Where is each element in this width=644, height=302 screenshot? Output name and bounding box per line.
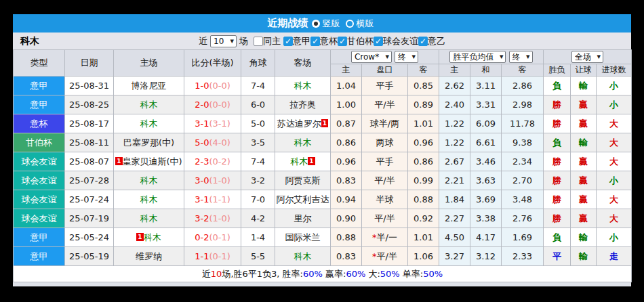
cell-result-handicap: 輸: [571, 133, 597, 152]
team-label: 里尔: [294, 213, 312, 223]
fulltime-score: 2-0: [195, 100, 209, 110]
cell-avg-home: 2.21: [439, 171, 470, 190]
cell-league-type: 意杯: [14, 114, 65, 133]
cell-home-team: 1科木: [114, 228, 184, 247]
cell-avg-home: 4.50: [439, 228, 470, 247]
col-header-home: 主场: [114, 50, 184, 77]
team-label: 科木: [294, 251, 312, 261]
near-label: 近: [199, 35, 207, 47]
cell-league-type: 球会友谊: [14, 152, 65, 171]
halftime-score: (4-0): [209, 137, 230, 148]
filter-checkbox-意杯[interactable]: [310, 37, 320, 46]
avg-final-select[interactable]: 终: [510, 51, 532, 62]
layout-radio-竖版[interactable]: [312, 20, 320, 28]
halftime-score: (0-0): [209, 81, 230, 91]
scope-select[interactable]: 全场: [572, 51, 603, 62]
cell-date: 25-05-24: [65, 228, 114, 247]
cell-result-goals: 小: [597, 171, 632, 190]
team-label: 科木: [140, 194, 158, 204]
cell-corners: 3-5: [241, 133, 275, 152]
cell-odds-line: 半球: [362, 190, 408, 209]
avg-group-header: 胜平负均值 终: [439, 50, 544, 64]
cell-date: 25-08-31: [65, 77, 114, 95]
layout-radio-横版[interactable]: [346, 20, 354, 28]
odds-final-select[interactable]: 终: [395, 51, 418, 62]
cell-result-handicap: 贏: [571, 114, 597, 133]
filter-checkbox-球会友谊[interactable]: [374, 37, 383, 46]
filter-checkbox-同主[interactable]: [254, 37, 263, 46]
cell-score: 3-1(3-1): [184, 114, 241, 133]
cell-score: 2-0(0-0): [184, 95, 241, 114]
cell-result-goals: 大: [597, 152, 632, 171]
col-header-avg-home: 主: [439, 64, 470, 77]
team-label: 科木: [290, 156, 308, 167]
team-label: 巴塞罗那(中): [123, 137, 174, 148]
cell-avg-away: 2.34: [502, 152, 544, 171]
match-count-select[interactable]: 10: [211, 36, 236, 47]
cell-odds-away: 1.01: [408, 228, 439, 247]
cell-result-wdl: 勝: [544, 152, 571, 171]
fulltime-score: 3-0: [195, 175, 209, 186]
table-row: 球会友谊25-08-071皇家贝迪斯(中)2-3(0-2)7-4科木10.96平…: [14, 152, 632, 171]
cell-odds-home: 0.88: [331, 228, 362, 247]
filter-checkbox-label: 意乙: [428, 35, 445, 47]
cell-odds-line: 两球: [362, 133, 408, 152]
cell-home-team: 博洛尼亚: [114, 77, 184, 95]
cell-league-type: 球会友谊: [14, 209, 65, 228]
cell-avg-away: 2.70: [502, 171, 544, 190]
cell-corners: 7-0: [241, 190, 275, 209]
cell-avg-away: 11.78: [502, 114, 544, 133]
col-header-date: 日期: [65, 50, 114, 77]
avg-source-select-wrap: 胜平负均值: [449, 51, 506, 63]
filter-checkbox-甘伯杯[interactable]: [338, 37, 347, 46]
odds-source-select[interactable]: Crow*: [352, 51, 391, 62]
summary-segment: 近: [202, 269, 211, 279]
table-row: 球会友谊25-07-28科木3-0(1-0)3-2阿贾克斯0.83平/半0.99…: [14, 171, 632, 190]
cell-odds-away: 0.92: [408, 209, 439, 228]
cell-odds-home: 0.83: [331, 247, 362, 266]
cell-league-type: 意甲: [14, 247, 65, 266]
cell-odds-away: 0.85: [408, 77, 439, 95]
halftime-score: (1-0): [209, 213, 230, 223]
avg-source-select[interactable]: 胜平负均值: [450, 51, 505, 62]
cell-odds-line: 平/半: [362, 95, 408, 114]
cell-odds-line: 平手: [362, 77, 408, 95]
filter-checkbox-label: 球会友谊: [383, 35, 418, 47]
page-title: 近期战绩: [268, 17, 308, 30]
cell-away-team: 苏达迪罗尔1: [275, 114, 331, 133]
col-header-result-goals: 进球数: [597, 64, 632, 77]
cell-result-goals: 大: [597, 190, 632, 209]
red-card-badge: 1: [136, 233, 143, 241]
col-header-avg-draw: 和: [470, 64, 502, 77]
filter-checkbox-意甲[interactable]: [283, 37, 293, 46]
cell-odds-line: *半/一: [362, 228, 408, 247]
fulltime-score: 0-2: [195, 232, 209, 242]
cell-score: 1-1(0-1): [184, 247, 241, 266]
cell-date: 25-05-19: [65, 247, 114, 266]
cell-avg-draw: 3.38: [470, 209, 502, 228]
line-change-star: *: [372, 232, 377, 242]
cell-home-team: 科木: [114, 209, 184, 228]
cell-result-wdl: 平: [544, 247, 571, 266]
filter-checkbox-意乙[interactable]: [418, 37, 428, 46]
cell-date: 25-08-17: [65, 114, 114, 133]
cell-odds-home: 0.94: [331, 190, 362, 209]
cell-result-goals: 走: [597, 247, 632, 266]
cell-avg-home: 1.22: [439, 114, 470, 133]
cell-date: 25-08-11: [65, 133, 114, 152]
col-header-avg-away: 客: [502, 64, 544, 77]
cell-result-handicap: 贏: [571, 95, 597, 114]
cell-odds-home: 0.83: [331, 171, 362, 190]
cell-home-team: 科木: [114, 114, 184, 133]
team-label: 阿贾克斯: [285, 175, 321, 186]
cell-league-type: 球会友谊: [14, 190, 65, 209]
cell-odds-line: 平/半: [362, 209, 408, 228]
col-header-corners: 角球: [241, 50, 275, 77]
team-label: 科木: [294, 137, 312, 148]
table-row: 意甲25-08-25科木2-0(0-0)6-0拉齐奥1.00平/半0.892.4…: [14, 95, 632, 114]
cell-result-wdl: 勝: [544, 95, 571, 114]
table-row: 意甲25-08-31博洛尼亚1-0(0-0)7-4科木1.04平手0.852.6…: [14, 77, 632, 95]
summary-segment: 赢率:: [323, 269, 346, 279]
summary-segment: 10: [211, 269, 222, 279]
team-label: 科木: [140, 213, 158, 223]
